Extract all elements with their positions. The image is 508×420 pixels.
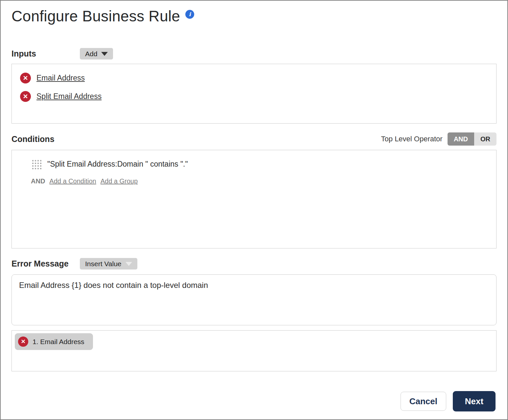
cancel-button[interactable]: Cancel bbox=[401, 392, 446, 411]
token-chip-label: 1. Email Address bbox=[33, 338, 84, 346]
conditions-header: Conditions Top Level Operator AND OR bbox=[12, 132, 496, 146]
next-button[interactable]: Next bbox=[453, 391, 496, 411]
error-tokens-panel: ✕ 1. Email Address bbox=[12, 330, 496, 371]
top-level-operator-toggle: AND OR bbox=[448, 132, 496, 146]
condition-row: "Split Email Address:Domain " contains "… bbox=[31, 159, 496, 170]
list-item: ✕ Split Email Address bbox=[20, 91, 496, 102]
dialog-header: Configure Business Rule i bbox=[12, 1, 496, 26]
toggle-or-option[interactable]: OR bbox=[474, 132, 496, 146]
chevron-down-icon bbox=[101, 52, 108, 56]
insert-value-button[interactable]: Insert Value bbox=[80, 258, 137, 269]
chevron-down-icon bbox=[126, 262, 132, 266]
condition-connector: AND bbox=[31, 177, 45, 185]
token-chip-email-address[interactable]: ✕ 1. Email Address bbox=[15, 333, 93, 350]
error-message-input[interactable]: Email Address {1} does not contain a top… bbox=[12, 274, 496, 325]
add-input-button[interactable]: Add bbox=[80, 48, 113, 59]
error-message-label: Error Message bbox=[12, 259, 80, 268]
toggle-and-option[interactable]: AND bbox=[448, 132, 474, 146]
add-group-link[interactable]: Add a Group bbox=[101, 177, 138, 185]
list-item: ✕ Email Address bbox=[20, 73, 496, 83]
condition-actions-row: AND Add a Condition Add a Group bbox=[31, 177, 496, 185]
error-message-header: Error Message Insert Value bbox=[12, 258, 496, 269]
inputs-panel: ✕ Email Address ✕ Split Email Address bbox=[12, 64, 496, 124]
add-input-button-label: Add bbox=[85, 50, 97, 58]
conditions-label: Conditions bbox=[12, 134, 80, 144]
inputs-header: Inputs Add bbox=[12, 48, 496, 59]
delete-token-icon[interactable]: ✕ bbox=[18, 337, 28, 347]
page-title: Configure Business Rule bbox=[12, 6, 180, 26]
configure-business-rule-dialog: Configure Business Rule i Inputs Add ✕ E… bbox=[0, 0, 508, 420]
delete-input-icon[interactable]: ✕ bbox=[20, 73, 31, 83]
dialog-footer: Cancel Next bbox=[401, 391, 496, 411]
delete-input-icon[interactable]: ✕ bbox=[20, 91, 31, 102]
info-icon[interactable]: i bbox=[185, 10, 194, 19]
input-link-email-address[interactable]: Email Address bbox=[36, 74, 85, 82]
add-condition-link[interactable]: Add a Condition bbox=[49, 177, 96, 185]
conditions-panel: "Split Email Address:Domain " contains "… bbox=[12, 150, 496, 248]
insert-value-button-label: Insert Value bbox=[85, 260, 122, 268]
condition-text[interactable]: "Split Email Address:Domain " contains "… bbox=[47, 160, 188, 169]
inputs-label: Inputs bbox=[12, 49, 80, 58]
input-link-split-email-address[interactable]: Split Email Address bbox=[36, 92, 102, 101]
drag-handle-icon[interactable] bbox=[31, 159, 42, 170]
top-level-operator-label: Top Level Operator bbox=[381, 135, 443, 143]
